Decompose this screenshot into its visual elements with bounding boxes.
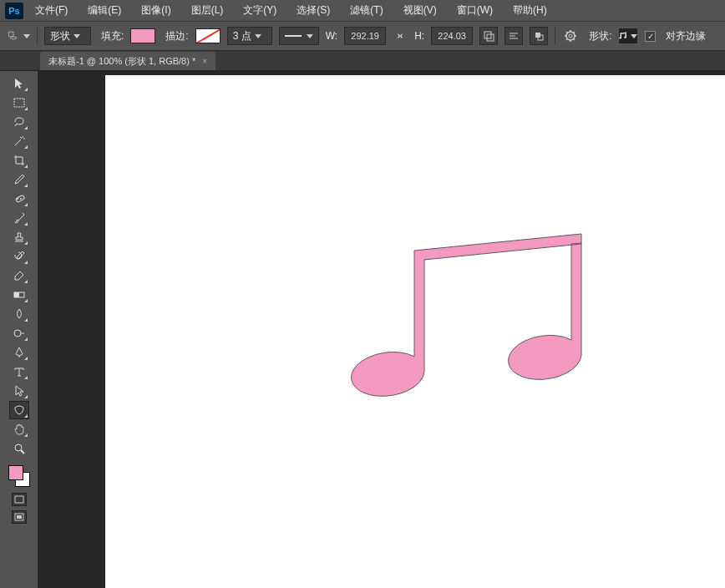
close-icon[interactable]: × xyxy=(202,57,207,66)
align-edges-label: 对齐边缘 xyxy=(666,29,706,43)
menu-layer[interactable]: 图层(L) xyxy=(188,2,227,19)
foreground-color-swatch[interactable] xyxy=(8,465,23,480)
stroke-color-swatch[interactable] xyxy=(195,28,221,43)
menu-window[interactable]: 窗口(W) xyxy=(454,2,496,19)
chevron-down-icon xyxy=(307,34,313,38)
tool-flyout-icon xyxy=(24,395,28,398)
chevron-down-icon xyxy=(23,34,30,38)
wand-tool[interactable] xyxy=(9,132,29,150)
main-area xyxy=(0,71,725,588)
canvas-viewport[interactable] xyxy=(38,71,725,588)
quick-mask-row xyxy=(12,493,27,506)
type-tool[interactable] xyxy=(9,362,29,381)
tool-flyout-icon xyxy=(24,126,28,129)
chevron-down-icon xyxy=(74,34,80,38)
document-tab[interactable]: 未标题-1 @ 100% (形状 1, RGB/8) * × xyxy=(40,52,215,70)
options-bar: 形状 填充: 描边: 3 点 W: H: 形状: 对齐边缘 xyxy=(0,21,725,51)
separator xyxy=(555,27,555,45)
custom-shape-picker[interactable] xyxy=(618,28,638,44)
document-canvas[interactable] xyxy=(105,75,725,588)
path-select-tool[interactable] xyxy=(9,382,29,400)
path-alignment-button[interactable] xyxy=(504,27,523,45)
eraser-tool[interactable] xyxy=(9,266,29,285)
stroke-width-value: 3 点 xyxy=(233,29,251,43)
tool-flyout-icon xyxy=(24,165,28,168)
tool-flyout-icon xyxy=(24,203,28,206)
link-dimensions-icon[interactable] xyxy=(393,28,408,43)
svg-line-15 xyxy=(566,32,568,33)
menu-select[interactable]: 选择(S) xyxy=(293,2,333,19)
svg-point-27 xyxy=(15,444,22,451)
tool-flyout-icon xyxy=(24,337,28,341)
standard-mode-button[interactable] xyxy=(12,493,27,506)
tool-flyout-icon xyxy=(24,357,28,360)
dodge-tool[interactable] xyxy=(9,324,29,342)
line-preview-icon xyxy=(285,35,302,37)
width-input[interactable] xyxy=(344,27,386,45)
path-arrangement-button[interactable] xyxy=(530,27,548,45)
gear-icon[interactable] xyxy=(562,28,579,44)
height-input[interactable] xyxy=(431,27,473,45)
menu-type[interactable]: 文字(Y) xyxy=(240,2,280,19)
tool-flyout-icon xyxy=(24,184,28,187)
menu-image[interactable]: 图像(I) xyxy=(138,2,174,19)
svg-rect-31 xyxy=(17,515,22,519)
custom-shape-tool[interactable] xyxy=(9,401,29,419)
pen-tool[interactable] xyxy=(9,343,29,362)
tool-preset-picker[interactable] xyxy=(7,27,30,45)
stroke-style-dropdown[interactable] xyxy=(279,27,319,45)
menu-filter[interactable]: 滤镜(T) xyxy=(347,2,386,19)
svg-line-16 xyxy=(574,39,575,41)
svg-line-17 xyxy=(566,39,568,41)
svg-line-28 xyxy=(21,450,24,454)
gradient-tool[interactable] xyxy=(9,286,29,304)
fill-color-swatch[interactable] xyxy=(130,28,155,43)
svg-point-22 xyxy=(20,198,22,200)
screen-mode-button[interactable] xyxy=(12,510,27,524)
height-label: H: xyxy=(414,30,424,42)
tool-flyout-icon xyxy=(24,433,28,437)
tool-flyout-icon xyxy=(24,376,28,379)
document-tab-bar: 未标题-1 @ 100% (形状 1, RGB/8) * × xyxy=(0,51,725,71)
svg-rect-29 xyxy=(15,496,23,503)
zoom-tool[interactable] xyxy=(9,439,29,458)
tool-flyout-icon xyxy=(24,241,28,245)
stamp-tool[interactable] xyxy=(9,228,29,246)
separator xyxy=(37,27,38,45)
svg-point-21 xyxy=(17,198,18,200)
tool-flyout-icon xyxy=(24,107,28,110)
align-edges-checkbox[interactable] xyxy=(645,31,656,42)
color-swatches[interactable] xyxy=(7,464,32,489)
menu-items: 文件(F) 编辑(E) 图像(I) 图层(L) 文字(Y) 选择(S) 滤镜(T… xyxy=(32,2,550,19)
stroke-width-dropdown[interactable]: 3 点 xyxy=(227,27,272,45)
heal-tool[interactable] xyxy=(9,190,29,208)
brush-tool[interactable] xyxy=(9,209,29,227)
menu-file[interactable]: 文件(F) xyxy=(32,2,71,19)
width-label: W: xyxy=(326,30,337,42)
tool-flyout-icon xyxy=(24,318,28,322)
document-tab-title: 未标题-1 @ 100% (形状 1, RGB/8) * xyxy=(48,55,195,68)
chevron-down-icon xyxy=(631,34,637,38)
app-logo[interactable]: Ps xyxy=(3,3,25,19)
svg-line-18 xyxy=(574,32,575,33)
crop-tool[interactable] xyxy=(9,151,29,170)
tool-flyout-icon xyxy=(24,280,28,283)
screen-mode-row xyxy=(12,510,27,524)
lasso-tool[interactable] xyxy=(9,113,29,131)
menu-edit[interactable]: 编辑(E) xyxy=(84,2,124,19)
tool-flyout-icon xyxy=(24,222,28,226)
menu-view[interactable]: 视图(V) xyxy=(400,2,440,19)
svg-rect-24 xyxy=(14,292,19,297)
fill-label: 填充: xyxy=(101,29,124,43)
history-brush-tool[interactable] xyxy=(9,247,29,266)
tool-mode-dropdown[interactable]: 形状 xyxy=(44,27,91,45)
stroke-label: 描边: xyxy=(165,29,188,43)
menu-help[interactable]: 帮助(H) xyxy=(510,2,550,19)
hand-tool[interactable] xyxy=(9,420,29,438)
path-operations-button[interactable] xyxy=(479,27,498,45)
blur-tool[interactable] xyxy=(9,305,29,323)
shape-music-note[interactable] xyxy=(339,230,590,422)
marquee-tool[interactable] xyxy=(9,94,29,112)
move-tool[interactable] xyxy=(9,74,29,93)
eyedropper-tool[interactable] xyxy=(9,170,29,189)
